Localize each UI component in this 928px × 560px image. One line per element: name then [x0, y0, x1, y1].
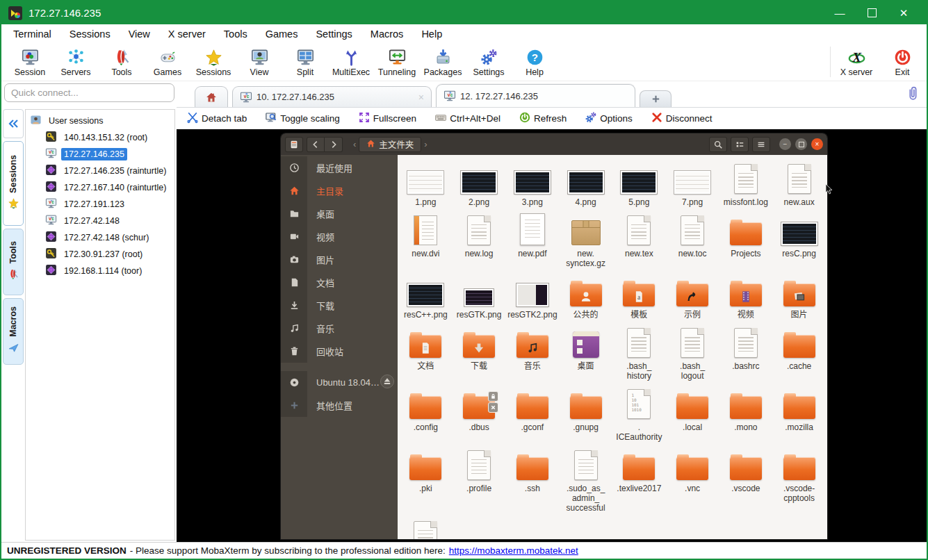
menu-view[interactable]: View: [121, 26, 158, 42]
fm-minimize-button[interactable]: −: [779, 138, 791, 150]
file-item[interactable]: .mono: [719, 384, 773, 442]
fm-sidebar-item[interactable]: 下载: [281, 294, 398, 317]
close-button[interactable]: ✕: [888, 1, 920, 24]
toolbar-multiexec-button[interactable]: MultiExec: [328, 45, 374, 77]
file-item[interactable]: .local: [666, 384, 719, 442]
fm-sidebar-item[interactable]: 最近使用: [281, 156, 398, 179]
file-item[interactable]: 1.png: [399, 159, 453, 207]
minimize-button[interactable]: —: [824, 1, 856, 24]
file-item[interactable]: 2.png: [453, 159, 506, 207]
menu-help[interactable]: Help: [414, 26, 450, 42]
path-prev-icon[interactable]: ‹: [350, 139, 359, 149]
fm-sidebar-item[interactable]: 其他位置: [281, 394, 398, 417]
file-item[interactable]: .vscode: [719, 445, 773, 513]
file-item[interactable]: 7.png: [666, 159, 719, 207]
session-item[interactable]: 140.143.151.32 (root): [27, 129, 173, 146]
file-item[interactable]: 5.png: [612, 159, 666, 207]
file-item[interactable]: new.dvi: [399, 211, 453, 268]
menu-macros[interactable]: Macros: [363, 26, 412, 42]
file-item[interactable]: .gnupg: [559, 384, 612, 442]
file-item[interactable]: 下载: [453, 323, 506, 381]
file-item[interactable]: Projects: [719, 211, 773, 268]
menu-sessions[interactable]: Sessions: [62, 26, 118, 42]
sidebar-tab-tools[interactable]: Tools: [3, 229, 24, 295]
file-item[interactable]: new.toc: [666, 211, 719, 268]
file-item[interactable]: 文档: [399, 323, 453, 381]
fm-maximize-button[interactable]: [795, 138, 807, 150]
toolbar-tunneling-button[interactable]: Tunneling: [374, 45, 420, 77]
file-item[interactable]: .bashrc: [719, 323, 773, 381]
collapse-sidebar-button[interactable]: [3, 109, 24, 138]
toolbar-exit-button[interactable]: Exit: [879, 45, 925, 77]
file-item[interactable]: new.tex: [612, 211, 666, 268]
list-view-icon[interactable]: [731, 137, 749, 152]
toolbar-servers-button[interactable]: Servers: [53, 45, 99, 77]
file-item[interactable]: new.aux: [772, 159, 826, 207]
file-item[interactable]: 示例: [666, 272, 719, 320]
file-item[interactable]: .ssh: [506, 445, 560, 513]
session-item[interactable]: 172.30.91.237 (root): [27, 246, 173, 263]
toolbar-help-button[interactable]: ?Help: [512, 45, 557, 77]
fm-close-button[interactable]: ×: [811, 138, 823, 150]
session-item[interactable]: vcn172.27.146.235: [27, 146, 173, 163]
file-item[interactable]: . ICEauthority: [612, 384, 666, 442]
file-item[interactable]: .mozilla: [772, 384, 826, 442]
file-item[interactable]: resC++.png: [399, 272, 453, 320]
file-item[interactable]: .sudo_as_ admin_ successful: [559, 445, 612, 513]
toolbar-split-button[interactable]: Split: [282, 45, 328, 77]
file-item[interactable]: .pki: [399, 445, 453, 513]
file-item[interactable]: 4.png: [559, 159, 612, 207]
fm-sidebar-item[interactable]: Ubuntu 18.04…: [281, 371, 398, 394]
file-item[interactable]: a模板: [612, 272, 666, 320]
fm-sidebar-item[interactable]: 视频: [281, 225, 398, 248]
toolbar-view-button[interactable]: View: [236, 45, 282, 77]
sidebar-tab-sessions[interactable]: Sessions: [3, 141, 24, 226]
attachments-paperclip-icon[interactable]: [906, 85, 920, 105]
file-item[interactable]: new.log: [453, 211, 506, 268]
fm-sidebar-item[interactable]: 文档: [281, 271, 398, 294]
tab-close-icon[interactable]: ×: [418, 92, 424, 103]
file-item[interactable]: missfont.log: [719, 159, 773, 207]
session-tab-2[interactable]: vcn 12. 172.27.146.235: [436, 84, 635, 107]
file-item[interactable]: .vnc: [666, 445, 719, 513]
hamburger-icon[interactable]: [752, 137, 770, 152]
session-tool-detach-tab[interactable]: Detach tab: [186, 111, 247, 126]
file-item[interactable]: .profile: [453, 445, 506, 513]
toolbar-x-server-button[interactable]: XX server: [833, 45, 879, 77]
session-tool-options[interactable]: Options: [585, 111, 633, 126]
file-item[interactable]: .vscode- cpptools: [772, 445, 826, 513]
fm-sidebar-item[interactable]: 回收站: [281, 340, 398, 363]
session-item[interactable]: vcn172.27.42.148: [27, 213, 173, 229]
menu-terminal[interactable]: Terminal: [6, 26, 59, 42]
file-item[interactable]: .gconf: [506, 384, 560, 442]
session-item[interactable]: 172.27.42.148 (schur): [27, 229, 173, 246]
session-tool-refresh[interactable]: Refresh: [519, 111, 567, 126]
file-item[interactable]: 桌面: [559, 323, 612, 381]
sidebar-tab-macros[interactable]: Macros: [3, 298, 24, 365]
session-tool-toggle-scaling[interactable]: Toggle scaling: [265, 111, 340, 126]
menu-tools[interactable]: Tools: [216, 26, 255, 42]
eject-icon[interactable]: [380, 374, 395, 392]
menu-x-server[interactable]: X server: [161, 26, 213, 42]
path-next-icon[interactable]: ›: [421, 139, 430, 149]
mobatek-link[interactable]: https://mobaxterm.mobatek.net: [449, 545, 578, 556]
file-item[interactable]: resGTK.png: [453, 272, 506, 320]
fm-sidebar-item[interactable]: 主目录: [281, 179, 398, 202]
file-item[interactable]: new. synctex.gz: [559, 211, 612, 268]
menu-games[interactable]: Games: [258, 26, 306, 42]
fm-sidebar-item[interactable]: 音乐: [281, 317, 398, 340]
session-tool-fullscreen[interactable]: Fullscreen: [358, 111, 416, 126]
file-item[interactable]: .cache: [772, 323, 826, 381]
file-item[interactable]: resGTK2.png: [506, 272, 560, 320]
file-item[interactable]: resC.png: [772, 211, 826, 268]
file-item[interactable]: .xinputrc: [399, 516, 453, 539]
toolbar-packages-button[interactable]: Packages: [420, 45, 466, 77]
session-tool-disconnect[interactable]: Disconnect: [651, 111, 713, 126]
file-item[interactable]: new.pdf: [506, 211, 560, 268]
path-segment-home[interactable]: 主文件夹: [359, 137, 421, 152]
tree-root-user-sessions[interactable]: User sessions: [27, 113, 173, 129]
toolbar-games-button[interactable]: Games: [145, 45, 190, 77]
session-item[interactable]: 172.27.167.140 (rainturtle): [27, 179, 173, 196]
toolbar-tools-button[interactable]: Tools: [99, 45, 145, 77]
toolbar-settings-button[interactable]: Settings: [466, 45, 512, 77]
